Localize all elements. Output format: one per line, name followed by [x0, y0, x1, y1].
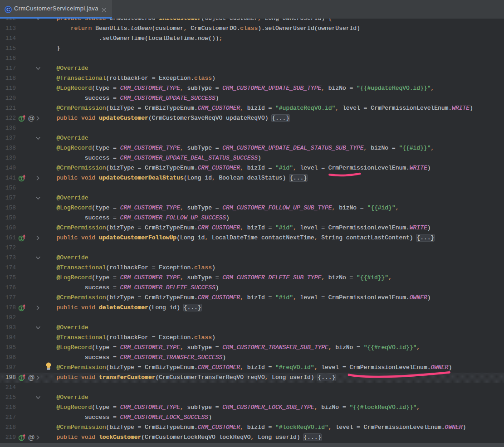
svg-text:C: C: [6, 7, 10, 12]
